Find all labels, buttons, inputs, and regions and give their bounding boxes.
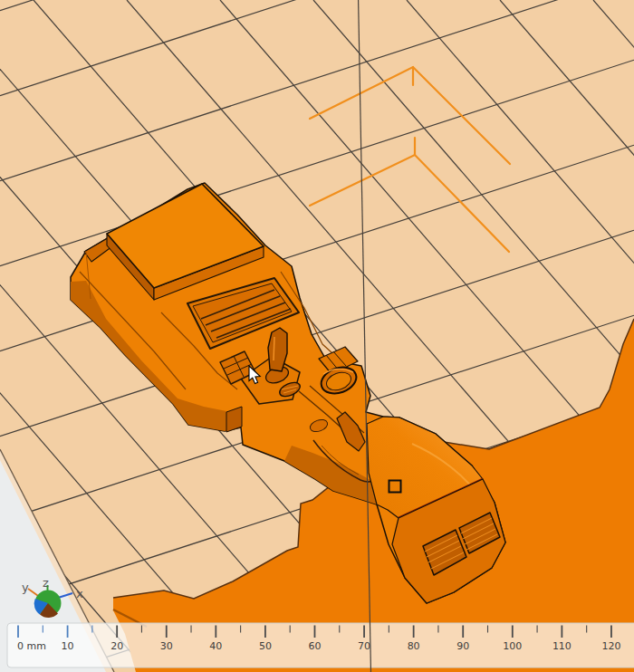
ruler-label: 120 xyxy=(601,640,620,652)
measurement-ruler: 0 mm102030405060708090100110120 xyxy=(7,623,634,667)
ruler-label: 40 xyxy=(209,640,222,652)
ruler-label: 20 xyxy=(110,640,123,652)
ruler-label: 80 xyxy=(408,640,420,652)
ruler-label: 90 xyxy=(456,640,469,652)
y-axis-label: y xyxy=(22,581,29,594)
ruler-label: 50 xyxy=(259,640,272,652)
ruler-label: 100 xyxy=(503,640,522,652)
ruler-label: 60 xyxy=(308,640,321,652)
ruler-label: 0 mm xyxy=(17,640,46,652)
z-axis-label: z xyxy=(43,576,49,590)
ruler-label: 110 xyxy=(552,640,572,652)
ruler-label: 70 xyxy=(358,640,370,652)
ruler-label: 10 xyxy=(62,640,74,652)
slicer-3d-viewport[interactable]: 0 mm102030405060708090100110120 y z x xyxy=(0,0,634,672)
ruler-label: 30 xyxy=(160,640,173,652)
x-axis-label: x xyxy=(76,587,83,600)
